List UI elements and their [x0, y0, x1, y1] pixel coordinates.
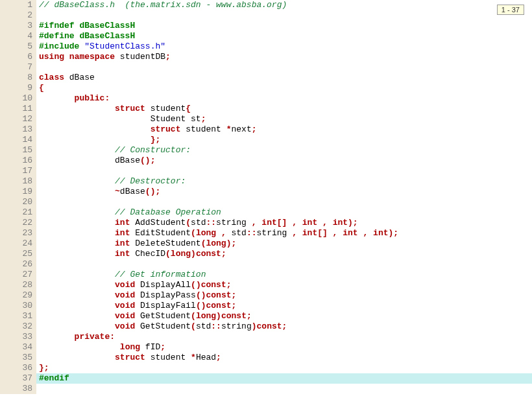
code-content[interactable]: struct student *next;	[36, 124, 532, 135]
code-content[interactable]: void DisplayFail()const;	[36, 301, 532, 311]
code-line[interactable]: 3#ifndef dBaseClassH	[0, 21, 532, 31]
code-line[interactable]: 27 // Get information	[0, 270, 532, 280]
line-number: 27	[0, 270, 36, 280]
code-line[interactable]: 32 void GetStudent(std::string)const;	[0, 321, 532, 332]
code-line[interactable]: 2	[0, 10, 532, 21]
code-line[interactable]: 4#define dBaseClassH	[0, 31, 532, 41]
code-content[interactable]: // Database Operation	[36, 207, 532, 218]
line-number: 9	[0, 83, 36, 93]
code-content[interactable]: #define dBaseClassH	[36, 31, 532, 41]
line-number: 33	[0, 332, 36, 342]
code-content[interactable]: using namespace studentDB;	[36, 52, 532, 62]
code-line[interactable]: 1// dBaseClass.h (the.matrix.sdn - www.a…	[0, 0, 532, 10]
code-content[interactable]	[36, 62, 532, 73]
line-number: 28	[0, 280, 36, 290]
code-line[interactable]: 10 public:	[0, 93, 532, 104]
code-line[interactable]: 17	[0, 166, 532, 176]
code-line[interactable]: 18 // Destroctor:	[0, 176, 532, 187]
line-number: 8	[0, 73, 36, 83]
line-number: 26	[0, 259, 36, 270]
code-content[interactable]: #include "StudentClass.h"	[36, 41, 532, 52]
code-line[interactable]: 33 private:	[0, 332, 532, 342]
code-content[interactable]: class dBase	[36, 73, 532, 83]
code-content[interactable]: struct student{	[36, 104, 532, 114]
line-number: 1	[0, 0, 36, 10]
code-content[interactable]: struct student *Head;	[36, 353, 532, 363]
code-content[interactable]: };	[36, 135, 532, 145]
code-line[interactable]: 34 long fID;	[0, 342, 532, 353]
code-line[interactable]: 37#endif	[0, 373, 532, 384]
line-number: 38	[0, 384, 36, 394]
code-content[interactable]: long fID;	[36, 342, 532, 353]
line-number: 6	[0, 52, 36, 62]
code-content[interactable]: };	[36, 363, 532, 373]
code-line[interactable]: 25 int ChecID(long)const;	[0, 249, 532, 259]
line-number: 3	[0, 21, 36, 31]
code-line[interactable]: 38	[0, 384, 532, 394]
code-editor[interactable]: 1// dBaseClass.h (the.matrix.sdn - www.a…	[0, 0, 532, 396]
code-line[interactable]: 35 struct student *Head;	[0, 353, 532, 363]
line-number: 31	[0, 311, 36, 321]
line-number: 17	[0, 166, 36, 176]
code-content[interactable]: int ChecID(long)const;	[36, 249, 532, 259]
line-number: 24	[0, 239, 36, 249]
code-line[interactable]: 21 // Database Operation	[0, 207, 532, 218]
code-line[interactable]: 19 ~dBase();	[0, 187, 532, 197]
code-content[interactable]: {	[36, 83, 532, 93]
code-line[interactable]: 30 void DisplayFail()const;	[0, 301, 532, 311]
code-line[interactable]: 13 struct student *next;	[0, 124, 532, 135]
code-line[interactable]: 15 // Constructor:	[0, 145, 532, 156]
code-content[interactable]: int EditStudent(long , std::string , int…	[36, 228, 532, 239]
code-content[interactable]: // Constructor:	[36, 145, 532, 156]
code-content[interactable]: // Destroctor:	[36, 176, 532, 187]
code-content[interactable]: void DisplayAll()const;	[36, 280, 532, 290]
code-content[interactable]: dBase();	[36, 156, 532, 166]
code-line[interactable]: 24 int DeleteStudent(long);	[0, 239, 532, 249]
line-number: 16	[0, 156, 36, 166]
code-line[interactable]: 36};	[0, 363, 532, 373]
code-line[interactable]: 14 };	[0, 135, 532, 145]
code-content[interactable]: int AddStudent(std::string , int[] , int…	[36, 218, 532, 228]
code-line[interactable]: 8class dBase	[0, 73, 532, 83]
code-content[interactable]: // Get information	[36, 270, 532, 280]
code-content[interactable]: private:	[36, 332, 532, 342]
code-line[interactable]: 29 void DisplayPass()const;	[0, 290, 532, 301]
code-content[interactable]: #ifndef dBaseClassH	[36, 21, 532, 31]
code-content[interactable]	[36, 10, 532, 21]
line-number: 15	[0, 145, 36, 156]
code-line[interactable]: 7	[0, 62, 532, 73]
line-number: 36	[0, 363, 36, 373]
code-content[interactable]	[36, 166, 532, 176]
line-number: 23	[0, 228, 36, 239]
code-content[interactable]	[36, 259, 532, 270]
code-content[interactable]: #endif	[36, 373, 532, 384]
code-line[interactable]: 22 int AddStudent(std::string , int[] , …	[0, 218, 532, 228]
code-line[interactable]: 28 void DisplayAll()const;	[0, 280, 532, 290]
code-content[interactable]: ~dBase();	[36, 187, 532, 197]
code-line[interactable]: 16 dBase();	[0, 156, 532, 166]
line-number: 20	[0, 197, 36, 207]
code-line[interactable]: 12 Student st;	[0, 114, 532, 124]
code-line[interactable]: 23 int EditStudent(long , std::string , …	[0, 228, 532, 239]
code-content[interactable]: int DeleteStudent(long);	[36, 239, 532, 249]
code-line[interactable]: 11 struct student{	[0, 104, 532, 114]
line-number: 12	[0, 114, 36, 124]
line-number: 19	[0, 187, 36, 197]
code-line[interactable]: 9{	[0, 83, 532, 93]
code-content[interactable]	[36, 197, 532, 207]
line-number: 29	[0, 290, 36, 301]
line-number: 13	[0, 124, 36, 135]
line-number: 11	[0, 104, 36, 114]
code-line[interactable]: 5#include "StudentClass.h"	[0, 41, 532, 52]
code-line[interactable]: 26	[0, 259, 532, 270]
code-content[interactable]: void DisplayPass()const;	[36, 290, 532, 301]
code-line[interactable]: 31 void GetStudent(long)const;	[0, 311, 532, 321]
code-content[interactable]: Student st;	[36, 114, 532, 124]
code-line[interactable]: 20	[0, 197, 532, 207]
code-content[interactable]: void GetStudent(long)const;	[36, 311, 532, 321]
code-line[interactable]: 6using namespace studentDB;	[0, 52, 532, 62]
code-content[interactable]: void GetStudent(std::string)const;	[36, 321, 532, 332]
code-content[interactable]: // dBaseClass.h (the.matrix.sdn - www.ab…	[36, 0, 532, 10]
code-content[interactable]: public:	[36, 93, 532, 104]
code-content[interactable]	[36, 384, 532, 394]
